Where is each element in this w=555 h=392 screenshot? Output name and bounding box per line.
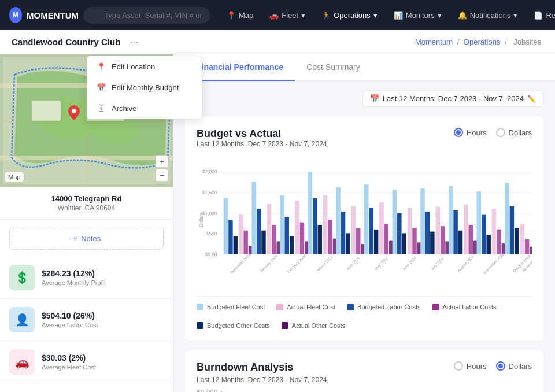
svg-rect-65 (397, 213, 401, 254)
tab-cost-summary[interactable]: Cost Summary (295, 54, 372, 81)
nav-item-reports[interactable]: 📄 Reports ▾ (527, 8, 555, 23)
svg-text:September 2024: September 2024 (482, 252, 505, 275)
svg-rect-29 (251, 182, 256, 254)
dollar-icon-wrap: 💲 (9, 265, 35, 290)
chevron-down-icon: ▾ (438, 11, 442, 20)
chart-radio-group: Hours Dollars (454, 128, 532, 137)
svg-rect-25 (239, 215, 243, 254)
stat-profit-value: $284.23 (12%) (42, 269, 106, 278)
chevron-down-icon: ▾ (301, 11, 305, 20)
svg-rect-82 (469, 225, 473, 254)
date-range-button[interactable]: 📅 Last 12 Months: Dec 7 2023 - Nov 7, 20… (362, 90, 543, 107)
nav-item-monitors[interactable]: 📊 Monitors ▾ (387, 8, 449, 23)
plus-icon: + (72, 233, 77, 243)
burndown-radio-hours[interactable]: Hours (454, 361, 487, 371)
breadcrumb-momentum[interactable]: Momentum (415, 38, 453, 46)
svg-rect-87 (486, 235, 490, 254)
zoom-in-button[interactable]: + (156, 155, 168, 168)
svg-rect-94 (515, 228, 519, 254)
logo-icon: M (9, 7, 22, 23)
svg-rect-33 (272, 225, 276, 254)
tabs-bar: Financial Performance Cost Summary (173, 54, 555, 81)
top-nav: M MOMENTUM 🔍 📍 Map 🚗 Fleet ▾ 🏃 Operation… (0, 0, 555, 30)
svg-rect-86 (482, 215, 486, 254)
date-range-bar: 📅 Last 12 Months: Dec 7 2023 - Nov 7, 20… (185, 90, 543, 107)
svg-rect-92 (505, 183, 509, 254)
svg-rect-31 (261, 231, 265, 254)
edit-location-item[interactable]: 📍 Edit Location (87, 56, 202, 77)
svg-rect-43 (308, 172, 312, 254)
fleet-icon: 🚗 (269, 11, 279, 20)
legend-budgeted-fleet: Budgeted Fleet Cost (197, 304, 265, 310)
notes-button[interactable]: + Notes (9, 227, 164, 250)
legend-color-budgeted-labor (347, 304, 354, 310)
map-zoom-controls: + − (156, 155, 168, 182)
search-wrapper: 🔍 (83, 7, 210, 24)
svg-rect-68 (412, 228, 416, 254)
calendar-icon: 📅 (97, 83, 106, 92)
content-area: Financial Performance Cost Summary 📅 Las… (173, 54, 555, 392)
edit-monthly-budget-item[interactable]: 📅 Edit Monthly Budget (87, 77, 202, 98)
nav-item-operations[interactable]: 🏃 Operations ▾ (314, 8, 384, 23)
search-input[interactable] (83, 7, 210, 24)
nav-item-notifications[interactable]: 🔔 Notifications ▾ (451, 8, 525, 23)
svg-rect-22 (224, 198, 228, 254)
location-name: Candlewood Country Club (12, 37, 120, 47)
svg-rect-72 (426, 212, 430, 254)
svg-rect-85 (477, 191, 481, 254)
archive-icon: 🗄 (97, 103, 106, 113)
stat-fleet-info: $30.03 (2%) Average Fleet Cost (42, 353, 96, 371)
main-layout: Map + − 14000 Telegraph Rd Whittier, CA … (0, 54, 555, 392)
nav-item-map[interactable]: 📍 Map (220, 8, 260, 23)
burndown-title: Burndown Analysis (197, 361, 327, 373)
svg-rect-30 (257, 209, 261, 254)
svg-text:March 2024: March 2024 (316, 255, 334, 272)
svg-rect-73 (430, 232, 434, 254)
svg-text:$1,000: $1,000 (202, 210, 217, 216)
svg-rect-95 (520, 224, 524, 254)
burndown-radio-circle-dollars (496, 361, 505, 371)
svg-rect-89 (497, 230, 501, 254)
legend-color-actual-labor (432, 304, 439, 310)
zoom-out-button[interactable]: − (156, 169, 168, 182)
svg-text:$500: $500 (206, 231, 217, 236)
svg-rect-58 (369, 208, 373, 254)
radio-hours[interactable]: Hours (454, 128, 487, 137)
chart-subtitle: Last 12 Months: Dec 7 2023 - Nov 7, 2024 (197, 140, 327, 148)
legend-color-actual-other (282, 322, 288, 329)
svg-rect-53 (352, 206, 356, 254)
labor-icon-wrap: 👤 (9, 307, 35, 332)
reports-icon: 📄 (534, 11, 543, 20)
svg-rect-44 (313, 198, 317, 254)
archive-item[interactable]: 🗄 Archive (87, 98, 202, 119)
burndown-subtitle: Last 12 Months: Dec 7 2023 - Nov 7, 2024 (197, 376, 327, 384)
logo-area[interactable]: M MOMENTUM (9, 7, 79, 23)
nav-item-fleet[interactable]: 🚗 Fleet ▾ (262, 8, 312, 23)
labor-icon: 👤 (15, 313, 29, 327)
svg-rect-71 (420, 188, 424, 254)
svg-text:April 2024: April 2024 (346, 256, 361, 272)
map-label: Map (5, 172, 24, 182)
burndown-radio-circle-hours (454, 361, 463, 371)
legend-actual-other: Actual Other Costs (282, 322, 345, 329)
breadcrumb-operations[interactable]: Operations (464, 38, 501, 46)
svg-rect-36 (280, 195, 284, 254)
chart-title: Budget vs Actual (197, 128, 327, 140)
svg-rect-51 (341, 212, 345, 254)
svg-text:January 2024: January 2024 (259, 254, 279, 273)
legend-color-budgeted-fleet (197, 304, 204, 310)
svg-rect-50 (336, 187, 340, 254)
more-options-button[interactable]: ··· (125, 35, 143, 49)
address-line2: Whittier, CA 90604 (9, 204, 164, 212)
svg-text:$1,500: $1,500 (202, 190, 217, 195)
breadcrumb: Momentum / Operations / Jobsites (415, 38, 543, 46)
burndown-title-area: Burndown Analysis Last 12 Months: Dec 7 … (197, 361, 327, 384)
svg-text:February 2024: February 2024 (287, 253, 308, 274)
radio-dollars[interactable]: Dollars (496, 128, 532, 137)
svg-rect-47 (328, 220, 332, 254)
burndown-radio-dollars[interactable]: Dollars (496, 361, 532, 371)
svg-rect-37 (284, 217, 288, 254)
svg-text:July 2024: July 2024 (430, 256, 445, 271)
svg-rect-60 (379, 202, 383, 254)
svg-rect-52 (346, 233, 350, 254)
